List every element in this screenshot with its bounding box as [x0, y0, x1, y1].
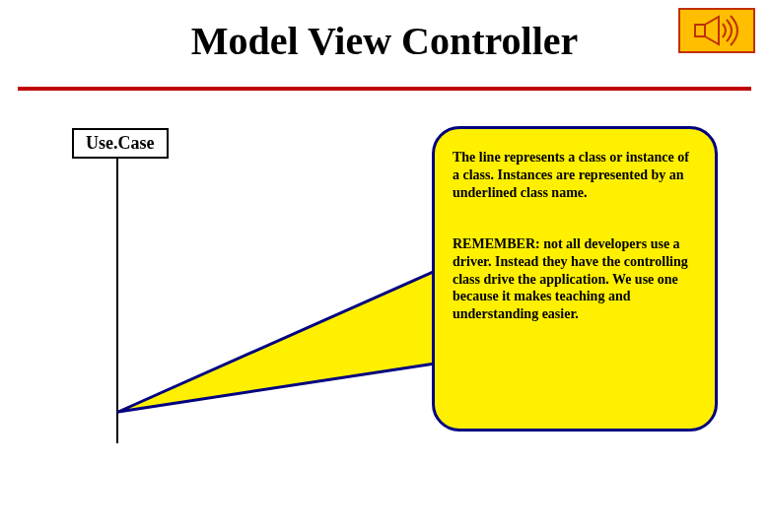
svg-marker-1 — [705, 17, 719, 44]
title-underline-rule — [18, 87, 751, 91]
svg-rect-0 — [695, 25, 705, 36]
svg-marker-2 — [118, 268, 442, 412]
callout-paragraph-1: The line represents a class or instance … — [453, 149, 699, 202]
slide-title: Model View Controller — [0, 18, 769, 64]
usecase-class-box: Use.Case — [72, 128, 169, 159]
speaker-icon — [689, 14, 744, 47]
remember-label: REMEMBER: — [453, 236, 540, 251]
audio-button[interactable] — [678, 8, 755, 53]
callout-paragraph-2: REMEMBER: not all developers use a drive… — [453, 235, 699, 324]
callout-tail — [116, 266, 442, 414]
explanation-callout: The line represents a class or instance … — [432, 126, 718, 432]
usecase-lifeline — [116, 158, 118, 443]
slide: Model View Controller Use.Case The line … — [0, 0, 769, 532]
